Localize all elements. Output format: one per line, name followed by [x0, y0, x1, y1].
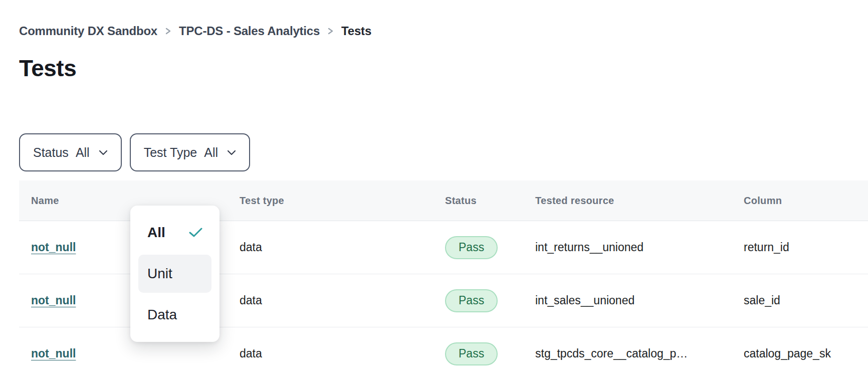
status-badge: Pass — [445, 289, 498, 312]
status-filter-value: All — [76, 145, 90, 160]
test-name-link[interactable]: not_null — [31, 347, 76, 360]
status-filter-label: Status — [33, 145, 69, 160]
breadcrumb-current: Tests — [341, 24, 371, 38]
chevron-down-icon — [99, 150, 108, 155]
page-title: Tests — [19, 53, 868, 83]
chevron-right-icon — [165, 26, 171, 36]
column-header-column: Column — [744, 195, 868, 207]
column-value: sale_id — [744, 294, 868, 307]
column-value: return_id — [744, 241, 868, 254]
tested-resource-value: stg_tpcds_core__catalog_p… — [535, 347, 744, 360]
test-type-value: data — [240, 294, 445, 307]
test-type-filter-label: Test Type — [144, 145, 197, 160]
test-type-dropdown-menu: All Unit Data — [130, 206, 220, 342]
dropdown-option-data[interactable]: Data — [138, 296, 211, 334]
breadcrumb: Community DX Sandbox TPC-DS - Sales Anal… — [19, 24, 868, 38]
dropdown-option-label: All — [147, 225, 165, 241]
breadcrumb-link-sandbox[interactable]: Community DX Sandbox — [19, 24, 157, 38]
dropdown-option-all[interactable]: All — [138, 214, 211, 252]
dropdown-option-label: Unit — [147, 266, 172, 282]
chevron-down-icon — [227, 150, 236, 155]
dropdown-option-label: Data — [147, 307, 177, 323]
dropdown-option-unit[interactable]: Unit — [138, 255, 211, 293]
breadcrumb-link-project[interactable]: TPC-DS - Sales Analytics — [179, 24, 320, 38]
test-type-filter-button[interactable]: Test Type All — [130, 133, 250, 171]
checkmark-icon — [189, 228, 202, 238]
column-header-tested-resource: Tested resource — [535, 195, 744, 207]
column-header-name: Name — [19, 195, 240, 207]
tested-resource-value: int_returns__unioned — [535, 241, 744, 254]
test-name-link[interactable]: not_null — [31, 294, 76, 307]
status-filter-button[interactable]: Status All — [19, 133, 122, 171]
column-header-status: Status — [445, 195, 535, 207]
test-type-value: data — [240, 347, 445, 360]
filter-bar: Status All Test Type All — [19, 133, 868, 171]
chevron-right-icon — [327, 26, 334, 36]
test-type-filter-value: All — [204, 145, 218, 160]
tests-page: Community DX Sandbox TPC-DS - Sales Anal… — [0, 24, 868, 379]
status-badge: Pass — [445, 236, 498, 259]
column-header-test-type: Test type — [240, 195, 445, 207]
test-name-link[interactable]: not_null — [31, 241, 76, 254]
test-type-value: data — [240, 241, 445, 254]
tested-resource-value: int_sales__unioned — [535, 294, 744, 307]
column-value: catalog_page_sk — [744, 347, 868, 360]
status-badge: Pass — [445, 342, 498, 365]
